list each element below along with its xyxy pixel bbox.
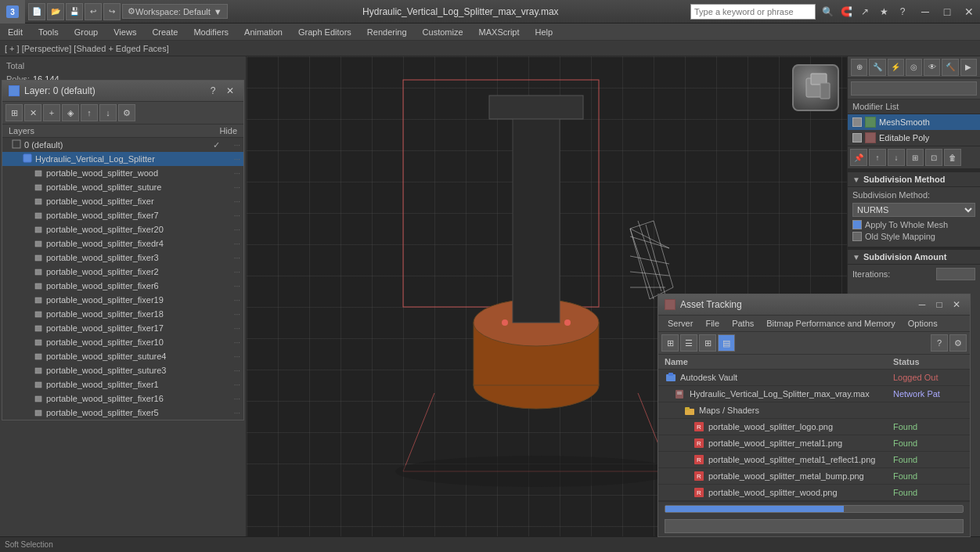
layer-item[interactable]: portable_wood_splitter_fixer17··· — [2, 321, 243, 335]
modifier-item[interactable]: MeshSmooth — [848, 114, 980, 130]
magnet-icon[interactable]: 🧲 — [838, 3, 855, 20]
modify-tab-icon[interactable]: 🔧 — [869, 59, 885, 76]
menu-item-tools[interactable]: Tools — [31, 23, 67, 41]
layer-item[interactable]: 0 (default)✓··· — [2, 138, 243, 152]
method-select[interactable]: NURMSClassicQuad Output — [852, 203, 975, 217]
at-menu-item-server[interactable]: Server — [661, 317, 699, 330]
star-icon[interactable]: ★ — [875, 3, 892, 20]
subdivision-method-section[interactable]: ▼ Subdivision Method — [848, 172, 980, 187]
apply-whole-mesh-checkbox[interactable] — [852, 220, 862, 229]
menu-item-graph-editors[interactable]: Graph Editors — [290, 23, 359, 41]
minimize-button[interactable]: ─ — [914, 0, 936, 23]
layer-select-button[interactable]: ◈ — [62, 104, 79, 121]
layer-move-button[interactable]: ↑ — [81, 104, 98, 121]
pointer-icon[interactable]: ↗ — [856, 3, 874, 20]
motion-tab-icon[interactable]: ◎ — [906, 59, 922, 76]
mod-up-button[interactable]: ↑ — [869, 149, 886, 166]
at-table-row[interactable]: Rportable_wood_splitter_metal_bump.pngFo… — [658, 468, 970, 485]
at-help-button[interactable]: ? — [931, 334, 948, 352]
mod-instance-button[interactable]: ⊡ — [925, 149, 942, 166]
utilities-tab-icon[interactable]: 🔨 — [942, 59, 958, 76]
menu-item-modifiers[interactable]: Modifiers — [186, 23, 236, 41]
at-menu-item-file[interactable]: File — [699, 317, 726, 330]
at-table-row[interactable]: Rportable_wood_splitter_metal1.pngFound — [658, 435, 970, 452]
layer-item[interactable]: portable_wood_splitter_suture3··· — [2, 363, 243, 377]
at-copy-icon[interactable]: ⊞ — [661, 334, 679, 352]
undo-icon[interactable]: ↩ — [85, 3, 102, 20]
menu-item-edit[interactable]: Edit — [0, 23, 31, 41]
layer-item[interactable]: portable_wood_splitter_fixer1··· — [2, 377, 243, 391]
display-tab-icon[interactable]: 👁 — [924, 59, 940, 76]
mod-down-button[interactable]: ↓ — [888, 149, 905, 166]
mod-pin-button[interactable]: 📌 — [850, 149, 867, 166]
at-search-input[interactable] — [665, 519, 964, 533]
maximize-button[interactable]: □ — [936, 0, 958, 23]
at-table-row[interactable]: Autodesk VaultLogged Out — [658, 370, 970, 386]
layer-item[interactable]: portable_wood_splitter_fixer5··· — [2, 406, 243, 420]
at-menu-item-options[interactable]: Options — [902, 317, 944, 330]
layer-item[interactable]: portable_wood_splitter_fixer7··· — [2, 208, 243, 222]
at-table-row[interactable]: Hydraulic_Vertical_Log_Splitter_max_vray… — [658, 386, 970, 402]
layer-item[interactable]: portable_wood_splitter_fixer··· — [2, 194, 243, 208]
hierarchy-tab-icon[interactable]: ⚡ — [888, 59, 904, 76]
at-grid-icon[interactable]: ⊞ — [699, 334, 716, 352]
asset-tracking-close-button[interactable]: ✕ — [949, 298, 964, 312]
create-tab-icon[interactable]: ⊕ — [851, 59, 867, 76]
workspace-button[interactable]: ⚙ Workspace: Default ▼ — [122, 4, 228, 19]
menu-item-help[interactable]: Help — [528, 23, 561, 41]
layers-close-button[interactable]: ✕ — [223, 84, 237, 98]
at-table-row[interactable]: Rportable_wood_splitter_wood.pngFound — [658, 485, 970, 501]
layer-item[interactable]: portable_wood_splitter_wood··· — [2, 166, 243, 180]
menu-item-create[interactable]: Create — [144, 23, 186, 41]
layer-item[interactable]: portable_wood_splitter_fixer6··· — [2, 279, 243, 293]
layer-item[interactable]: portable_wood_splitter_suture··· — [2, 180, 243, 194]
close-button[interactable]: ✕ — [958, 0, 980, 23]
iterations-input[interactable]: 0 — [936, 268, 975, 280]
old-style-mapping-checkbox[interactable] — [852, 232, 862, 241]
at-menu-item-paths[interactable]: Paths — [726, 317, 760, 330]
at-table-row[interactable]: Maps / Shaders — [658, 402, 970, 419]
at-table-row[interactable]: Rportable_wood_splitter_logo.pngFound — [658, 419, 970, 435]
layer-item[interactable]: portable_wood_splitter_fixedr4··· — [2, 236, 243, 251]
open-file-icon[interactable]: 📂 — [47, 3, 64, 20]
menu-item-views[interactable]: Views — [106, 23, 144, 41]
layer-item[interactable]: portable_wood_splitter_fixer3··· — [2, 251, 243, 265]
layer-item[interactable]: portable_wood_splitter_fixer19··· — [2, 293, 243, 307]
at-list-icon[interactable]: ☰ — [680, 334, 697, 352]
navigation-cube[interactable] — [792, 64, 839, 111]
at-menu-item-bitmap-performance-and-memory[interactable]: Bitmap Performance and Memory — [760, 317, 901, 330]
search-input[interactable] — [690, 4, 816, 20]
mod-delete-button[interactable]: 🗑 — [944, 149, 961, 166]
extra-icon[interactable]: ▶ — [960, 59, 977, 76]
at-settings-button[interactable]: ⚙ — [949, 334, 967, 352]
layer-add-button[interactable]: + — [43, 104, 60, 121]
menu-item-group[interactable]: Group — [67, 23, 106, 41]
at-detail-icon[interactable]: ▤ — [718, 334, 735, 352]
menu-item-customize[interactable]: Customize — [415, 23, 471, 41]
layer-item[interactable]: portable_wood_splitter_fixer20··· — [2, 222, 243, 236]
asset-tracking-minimize-button[interactable]: ─ — [915, 298, 929, 312]
search-icon[interactable]: 🔍 — [819, 3, 836, 20]
help-icon[interactable]: ? — [894, 3, 911, 20]
layer-item[interactable]: portable_wood_splitter_fixer16··· — [2, 391, 243, 406]
modifier-item[interactable]: Editable Poly — [848, 130, 980, 146]
new-file-icon[interactable]: 📄 — [28, 3, 45, 20]
layer-settings-button[interactable]: ⚙ — [118, 104, 135, 121]
menu-item-animation[interactable]: Animation — [236, 23, 290, 41]
menu-item-rendering[interactable]: Rendering — [359, 23, 415, 41]
mod-copy-button[interactable]: ⊞ — [906, 149, 924, 166]
layer-item[interactable]: portable_wood_splitter_fixer2··· — [2, 265, 243, 279]
layer-move-down-button[interactable]: ↓ — [99, 104, 117, 121]
layer-item[interactable]: portable_wood_splitter_fixer10··· — [2, 335, 243, 349]
save-icon[interactable]: 💾 — [66, 3, 83, 20]
modifier-name-input[interactable]: portable_wood_splitter_fixer — [851, 81, 977, 96]
modifier-enable-checkbox[interactable] — [852, 133, 862, 143]
layer-delete-button[interactable]: ✕ — [24, 104, 41, 121]
at-table-row[interactable]: Rportable_wood_splitter_metal1_reflect1.… — [658, 452, 970, 468]
layer-new-button[interactable]: ⊞ — [5, 104, 23, 121]
redo-icon[interactable]: ↪ — [103, 3, 121, 20]
layer-item[interactable]: portable_wood_splitter_fixer18··· — [2, 307, 243, 321]
asset-tracking-maximize-button[interactable]: □ — [932, 298, 946, 312]
menu-item-maxscript[interactable]: MAXScript — [471, 23, 528, 41]
layers-help-button[interactable]: ? — [206, 84, 220, 98]
